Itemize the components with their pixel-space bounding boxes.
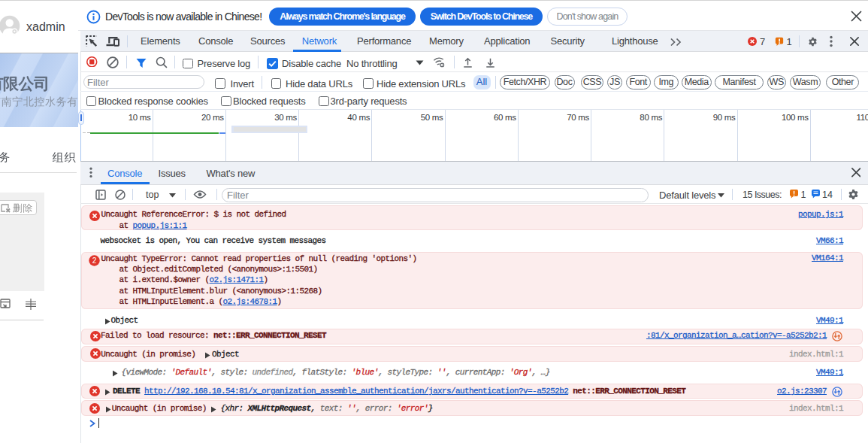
svg-text:2: 2 xyxy=(92,256,96,265)
